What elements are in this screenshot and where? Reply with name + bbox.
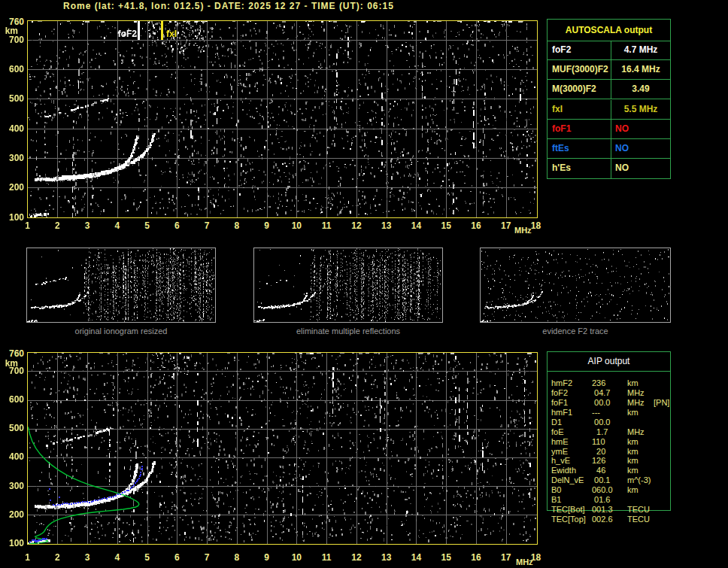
thumbnail-eliminate-reflections-canvas (254, 248, 442, 322)
y-tick-label: 100 (0, 213, 24, 222)
thumbnail-original-ionogram (26, 248, 216, 323)
y-tick-label: 300 (0, 153, 24, 163)
autoscala-row: ftEsNO (548, 139, 670, 159)
aip-row-value: 126 (592, 456, 605, 466)
fxI-marker-label: fxI (166, 29, 177, 39)
plot-top-x-unit-label: MHz (514, 226, 532, 235)
aip-row-value: 110 (592, 437, 605, 447)
x-tick-label: 6 (167, 553, 187, 562)
autoscala-row-label: foF2 (548, 41, 611, 59)
aip-row-unit: MHz (627, 398, 645, 408)
aip-row-unit: km (627, 447, 639, 457)
x-tick-label: 10 (287, 221, 306, 230)
aip-row: D1 00.0 (547, 418, 682, 427)
aip-row-label: hmF1 (551, 408, 572, 418)
aip-row-label: B0 (551, 485, 561, 495)
aip-row-label: TEC[Bot] (551, 505, 585, 515)
thumbnail-evidence-f2-trace (480, 248, 671, 323)
x-tick-label: 12 (347, 553, 366, 562)
x-tick-label: 15 (436, 221, 456, 230)
thumbnail-caption-original: original ionogram resized (26, 327, 216, 336)
aip-header-divider (547, 371, 671, 372)
aip-row-label: Ewidth (551, 466, 576, 475)
aip-row-value: 236 (592, 378, 605, 388)
autoscala-screen: Rome (lat: +41.8, lon: 012.5) - DATE: 20… (0, 0, 728, 568)
thumbnail-caption-eliminate: eliminate multiple reflections (253, 327, 443, 336)
aip-row: DelN_vE 00.1m^(-3) (547, 475, 682, 485)
x-tick-label: 2 (47, 221, 67, 230)
aip-row-label: B1 (551, 495, 561, 505)
x-tick-label: 11 (317, 553, 336, 562)
x-tick-label: 5 (138, 221, 157, 230)
x-tick-label: 8 (227, 221, 247, 230)
x-tick-label: 13 (377, 553, 396, 562)
x-tick-label: 4 (108, 553, 127, 562)
x-tick-label: 7 (197, 221, 217, 230)
aip-row-label: foF1 (551, 398, 568, 408)
autoscala-row-label: ftEs (548, 139, 611, 158)
autoscala-row-label: fxI (548, 100, 611, 119)
aip-row-unit: km (627, 466, 639, 475)
aip-row: hmF1---km (547, 408, 682, 418)
y-tick-label: 300 (0, 481, 24, 491)
x-tick-label: 14 (406, 553, 426, 562)
autoscala-row-value: NO (611, 139, 674, 158)
aip-row-value: 00.0 (592, 398, 610, 408)
aip-row-value: 002.6 (592, 515, 613, 524)
aip-row-label: hmE (551, 437, 569, 447)
autoscala-row-label: M(3000)F2 (548, 80, 611, 99)
aip-row-label: D1 (551, 418, 562, 427)
x-tick-label: 9 (257, 221, 277, 230)
aip-row-unit: km (627, 456, 639, 466)
aip-row-value: 00.1 (592, 475, 610, 485)
aip-row: foF1 00.0MHz[PN] (547, 398, 682, 408)
aip-row-value: 01.6 (592, 495, 610, 505)
y-tick-label: 760 (0, 349, 24, 358)
y-tick-label: 600 (0, 65, 24, 74)
autoscala-row-value: 5.5 MHz (611, 100, 670, 119)
x-tick-label: 5 (138, 553, 157, 562)
autoscala-row: MUF(3000)F216.4 MHz (548, 60, 670, 80)
aip-row: hmF2236km (547, 378, 682, 388)
autoscala-row-label: MUF(3000)F2 (548, 60, 611, 79)
aip-row-unit: km (627, 408, 639, 418)
aip-row-unit: km (627, 378, 639, 388)
x-tick-label: 9 (257, 553, 277, 562)
y-tick-label: 600 (0, 395, 24, 404)
x-tick-label: 2 (47, 553, 67, 562)
autoscala-row: fxI5.5 MHz (548, 100, 670, 120)
autoscala-table-header: AUTOSCALA output (548, 20, 670, 41)
x-tick-label: 3 (77, 553, 97, 562)
aip-row: B1 01.6 (547, 495, 682, 505)
ionogram-plot-top (27, 20, 538, 218)
y-tick-label: 700 (0, 35, 24, 44)
autoscala-row-label: foF1 (548, 120, 611, 138)
x-tick-label: 6 (167, 221, 187, 230)
aip-row-unit: m^(-3) (627, 475, 651, 485)
aip-row-label: hmF2 (551, 378, 572, 388)
x-tick-label: 8 (227, 553, 247, 562)
aip-row-value: --- (592, 408, 600, 418)
x-tick-label: 13 (377, 221, 396, 230)
aip-row-label: ymE (551, 447, 568, 457)
y-tick-label: 200 (0, 510, 24, 519)
x-tick-label: 10 (287, 553, 306, 562)
aip-table-header: AIP output (547, 356, 671, 366)
x-tick-label: 15 (436, 553, 456, 562)
thumbnail-caption-evidence: evidence F2 trace (480, 327, 671, 336)
thumbnail-evidence-f2-trace-canvas (481, 248, 670, 322)
x-tick-label: 3 (77, 221, 97, 230)
x-tick-label: 17 (496, 221, 516, 230)
aip-row-value: 04.7 (592, 388, 610, 398)
x-tick-label: 16 (466, 221, 486, 230)
y-tick-label: 400 (0, 124, 24, 133)
y-tick-label: 500 (0, 94, 24, 103)
y-tick-label: 200 (0, 183, 24, 192)
aip-row-unit: km (627, 485, 639, 495)
aip-row-unit: MHz (627, 388, 645, 398)
x-tick-label: 7 (197, 553, 217, 562)
aip-row-label: foF2 (551, 388, 568, 398)
aip-row: B0060.0km (547, 485, 682, 495)
x-tick-label: 16 (466, 553, 486, 562)
plot-top-y-unit-label: km (0, 26, 18, 35)
